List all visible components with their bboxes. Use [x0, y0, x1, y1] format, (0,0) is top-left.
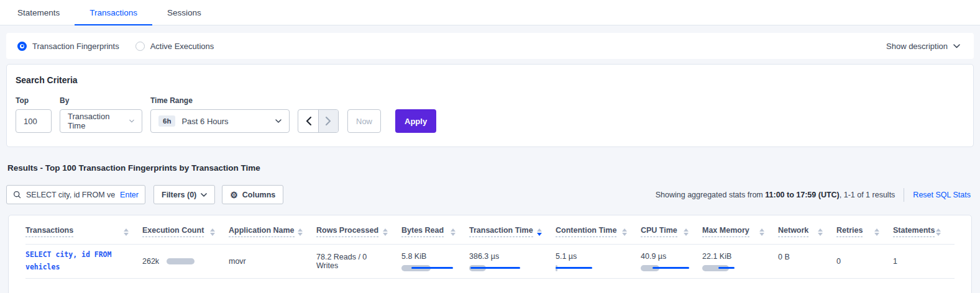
top-select[interactable]: 100 [16, 109, 52, 133]
show-description-label: Show description [886, 42, 948, 51]
max-memory-value: 22.1 KiB [702, 252, 764, 261]
sort-icon[interactable] [818, 227, 823, 236]
column-header-cpu-time[interactable]: CPU Time [641, 226, 702, 237]
columns-button[interactable]: ⚙︎ Columns [222, 185, 283, 204]
next-time-range-button[interactable] [318, 110, 338, 132]
retries-value: 0 [836, 257, 841, 266]
transaction-fingerprint-link[interactable]: SELECT city, id FROM vehicles [25, 249, 125, 273]
contention-time-value: 5.1 µs [556, 252, 627, 261]
sort-icon[interactable] [936, 227, 941, 236]
sort-icon-active-desc[interactable] [537, 227, 542, 236]
enter-hint: Enter [120, 191, 139, 199]
execution-count-bar [167, 258, 215, 264]
chevron-down-icon [129, 119, 134, 123]
time-range-value: Past 6 Hours [181, 117, 228, 126]
chevron-down-icon [275, 119, 282, 123]
search-criteria-title: Search Criteria [16, 75, 964, 85]
stats-time-range: 11:00 to 17:59 (UTC) [765, 191, 839, 199]
show-description-toggle[interactable]: Show description [886, 42, 960, 51]
column-header-transaction-time[interactable]: Transaction Time [469, 226, 556, 237]
sort-icon[interactable] [451, 227, 456, 236]
tab-transactions[interactable]: Transactions [75, 0, 152, 25]
column-header-rows-processed[interactable]: Rows Processed [316, 226, 401, 237]
time-range-select[interactable]: 6h Past 6 Hours [150, 109, 290, 133]
network-value: 0 B [778, 253, 790, 261]
transactions-table: Transactions Execution Count Application… [8, 215, 972, 293]
search-criteria-card: Search Criteria Top 100 By Transaction T… [6, 64, 974, 147]
radio-label: Active Executions [150, 42, 214, 51]
contention-time-bar [556, 265, 610, 271]
radio-selected-icon [17, 42, 27, 51]
radio-transaction-fingerprints[interactable]: Transaction Fingerprints [17, 42, 119, 51]
by-select[interactable]: Transaction Time [60, 109, 142, 133]
column-header-execution-count[interactable]: Execution Count [142, 226, 229, 237]
sort-icon[interactable] [383, 227, 388, 236]
top-label: Top [16, 96, 52, 105]
table-row: SELECT city, id FROM vehicles 262k movr … [25, 245, 955, 279]
application-name-value: movr [229, 257, 246, 266]
sort-icon[interactable] [684, 227, 689, 236]
execution-count-value: 262k [142, 257, 159, 266]
apply-button[interactable]: Apply [395, 109, 436, 133]
radio-unselected-icon [135, 42, 145, 51]
radio-label: Transaction Fingerprints [32, 42, 119, 51]
columns-label: Columns [242, 191, 275, 199]
column-header-contention-time[interactable]: Contention Time [556, 226, 641, 237]
radio-active-executions[interactable]: Active Executions [135, 42, 214, 51]
sort-icon[interactable] [124, 227, 129, 236]
chevron-left-icon [306, 117, 311, 125]
sort-icon[interactable] [874, 227, 879, 236]
page-tabs: Statements Transactions Sessions [0, 0, 980, 25]
column-header-network[interactable]: Network [778, 226, 836, 237]
sort-icon[interactable] [298, 227, 303, 236]
search-icon [13, 191, 21, 199]
time-range-label: Time Range [150, 96, 290, 105]
statements-value: 1 [893, 257, 897, 266]
sort-icon[interactable] [759, 227, 764, 236]
now-button[interactable]: Now [347, 109, 381, 133]
column-header-application-name[interactable]: Application Name [229, 226, 316, 237]
search-input[interactable] [26, 191, 115, 199]
transaction-time-bar [469, 265, 524, 271]
column-header-retries[interactable]: Retries [836, 226, 893, 237]
previous-time-range-button[interactable] [298, 110, 318, 132]
view-toggle-card: Transaction Fingerprints Active Executio… [6, 33, 974, 59]
by-label: By [60, 96, 142, 105]
column-header-statements[interactable]: Statements [893, 226, 955, 237]
table-header-row: Transactions Execution Count Application… [25, 215, 955, 245]
bytes-read-bar [401, 265, 456, 271]
view-radio-group: Transaction Fingerprints Active Executio… [17, 42, 214, 51]
chevron-down-icon [953, 44, 960, 48]
rows-processed-value: 78.2 Reads / 0 Writes [316, 253, 367, 270]
top-select-value: 100 [24, 117, 37, 126]
divider [904, 188, 904, 202]
sort-icon[interactable] [210, 227, 215, 236]
by-select-value: Transaction Time [68, 112, 117, 130]
filters-label: Filters (0) [162, 191, 196, 199]
results-toolbar: Enter Filters (0) ⚙︎ Columns Showing agg… [6, 185, 974, 204]
cpu-time-bar [641, 265, 695, 271]
results-heading: Results - Top 100 Transaction Fingerprin… [7, 163, 973, 173]
aggregated-stats-text: Showing aggregated stats from 11:00 to 1… [656, 191, 895, 199]
gear-icon: ⚙︎ [230, 191, 238, 199]
column-header-bytes-read[interactable]: Bytes Read [401, 226, 469, 237]
filters-button[interactable]: Filters (0) [153, 185, 215, 204]
max-memory-bar [702, 265, 757, 271]
chevron-down-icon [201, 193, 207, 197]
column-header-transactions[interactable]: Transactions [25, 226, 142, 237]
bytes-read-value: 5.8 KiB [401, 252, 456, 261]
chevron-right-icon [326, 117, 331, 125]
transaction-time-value: 386.3 µs [469, 252, 542, 261]
search-box[interactable]: Enter [6, 185, 145, 204]
sort-icon[interactable] [622, 227, 627, 236]
column-header-max-memory[interactable]: Max Memory [702, 226, 778, 237]
cpu-time-value: 40.9 µs [641, 252, 689, 261]
reset-sql-stats-link[interactable]: Reset SQL Stats [913, 191, 971, 199]
time-range-pager [298, 109, 339, 133]
tab-sessions[interactable]: Sessions [152, 0, 216, 25]
time-range-badge: 6h [158, 115, 175, 127]
tab-statements[interactable]: Statements [2, 0, 75, 25]
